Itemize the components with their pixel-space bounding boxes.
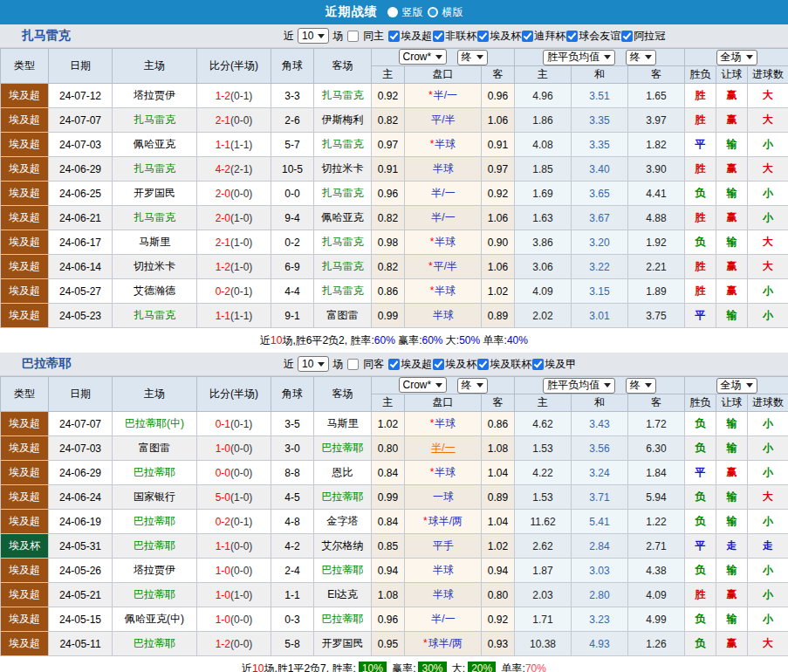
handicap-line: 半球 <box>435 417 456 429</box>
col-handicap: 盘口 <box>405 394 482 412</box>
handicap-line: 半/一 <box>431 613 455 625</box>
result-handicap: 输 <box>716 607 748 632</box>
league-type-badge: 埃及超 <box>1 206 49 230</box>
halftime-score: (0-1) <box>230 418 252 430</box>
handicap-line: 半球 <box>433 162 454 175</box>
avg-home-odds: 3.06 <box>515 255 572 279</box>
vertical-layout-label[interactable]: 竖版 <box>402 5 423 20</box>
avg-away-odds: 1.84 <box>628 461 685 485</box>
score-cell: 1-1(1-1) <box>197 304 271 328</box>
horizontal-layout-label[interactable]: 横版 <box>442 5 463 20</box>
league-checkbox[interactable] <box>477 31 489 42</box>
league-checkbox[interactable] <box>532 359 544 370</box>
result-win-draw-loss: 负 <box>685 436 716 461</box>
match-count-select[interactable]: 10 <box>298 28 329 44</box>
result-win-draw-loss: 平 <box>685 133 716 157</box>
league-checkbox[interactable] <box>477 359 489 370</box>
company-select-value: Crow* <box>403 379 432 391</box>
league-type-badge: 埃及超 <box>1 255 49 279</box>
summary-part: 60% <box>421 334 442 346</box>
handicap-star: * <box>423 637 428 649</box>
same-venue-checkbox[interactable] <box>347 359 359 370</box>
avg-draw-odds: 3.67 <box>572 206 628 230</box>
summary-part: 赢率: <box>389 662 416 672</box>
summary-part: 赢率: <box>395 333 422 348</box>
table-row: 埃及超 24-05-21 巴拉蒂耶 1-0(1-0) 1-1 El达克 1.08… <box>1 583 788 607</box>
fulltime-score: 0-0 <box>216 467 230 479</box>
horizontal-layout-radio[interactable] <box>428 7 438 17</box>
league-checkbox[interactable] <box>388 359 400 370</box>
corner-score: 1-1 <box>271 583 314 607</box>
avg-home-odds: 1.53 <box>515 485 572 510</box>
chevron-down-icon <box>476 55 483 59</box>
league-checkbox[interactable] <box>522 31 533 42</box>
col-score: 比分(半场) <box>197 377 271 412</box>
handicap-cell: *半/一 <box>405 84 482 108</box>
league-type-badge: 埃及超 <box>1 84 49 108</box>
handicap-cell: 半/一 <box>405 607 482 632</box>
halftime-score: (0-1) <box>230 90 252 102</box>
scope-select[interactable]: 全场 <box>716 378 757 394</box>
result-goals: 小 <box>748 461 788 485</box>
league-type-badge: 埃及超 <box>1 510 49 534</box>
team-section: 巴拉蒂耶 近 10 场 同客 埃及超埃及杯埃及联杯埃及甲 类型 日期 主场 比分 <box>0 353 788 672</box>
home-team: 扎马雷克 <box>134 113 175 126</box>
corner-score: 8-8 <box>271 461 314 485</box>
league-checkbox[interactable] <box>621 31 633 42</box>
halftime-score: (0-0) <box>230 638 252 650</box>
avg-select[interactable]: 胜平负均值 <box>543 378 615 394</box>
table-row: 埃及超 24-06-25 开罗国民 2-0(0-0) 0-0 扎马雷克 0.96… <box>1 182 788 206</box>
avg-away-odds: 4.99 <box>628 607 685 632</box>
handicap-line: 平/半 <box>431 113 455 126</box>
corner-score: 0-0 <box>271 182 314 206</box>
league-checkbox[interactable] <box>433 359 444 370</box>
league-label: 埃及联杯 <box>490 357 531 372</box>
home-odds: 0.86 <box>372 279 405 304</box>
result-goals: 小 <box>748 206 788 230</box>
col-avg-away: 客 <box>628 66 685 84</box>
odds-selects-cell: Crow* 终 <box>372 49 515 66</box>
league-checkbox[interactable] <box>566 31 578 42</box>
avg-draw-odds: 3.23 <box>572 607 628 632</box>
company-select[interactable]: Crow* <box>399 377 448 393</box>
matches-table: 类型 日期 主场 比分(半场) 角球 客场 Crow* 终 胜平负均值 终 全场 <box>0 48 788 328</box>
score-cell: 0-2(0-1) <box>197 510 271 534</box>
avg-final-select[interactable]: 终 <box>626 378 656 394</box>
result-handicap: 输 <box>716 485 748 510</box>
league-filter-group: 埃及超埃及杯埃及联杯埃及甲 <box>387 357 576 372</box>
result-win-draw-loss: 平 <box>685 534 716 559</box>
result-handicap: 赢 <box>716 108 748 133</box>
score-cell: 2-1(1-0) <box>197 230 271 255</box>
match-count-select[interactable]: 10 <box>298 356 329 372</box>
league-checkbox[interactable] <box>433 31 444 42</box>
avg-away-odds: 1.89 <box>628 279 685 304</box>
avg-select[interactable]: 胜平负均值 <box>543 50 615 65</box>
company-select[interactable]: Crow* <box>399 49 448 65</box>
same-venue-checkbox[interactable] <box>347 31 359 42</box>
result-win-draw-loss: 胜 <box>685 206 716 230</box>
away-team: El达克 <box>327 588 358 600</box>
league-checkbox[interactable] <box>388 31 400 42</box>
league-label: 阿拉冠 <box>634 29 665 44</box>
corner-score: 3-3 <box>271 84 314 108</box>
league-type-badge: 埃及超 <box>1 412 49 436</box>
away-odds: 0.89 <box>482 485 515 510</box>
vertical-layout-radio[interactable] <box>387 7 398 17</box>
table-row: 埃及超 24-06-14 切拉米卡 1-2(1-0) 6-9 扎马雷克 0.82… <box>1 255 788 279</box>
home-team: 塔拉贾伊 <box>134 564 175 576</box>
result-win-draw-loss: 胜 <box>685 255 716 279</box>
halftime-score: (0-0) <box>230 188 252 200</box>
home-team: 佩哈亚克 <box>134 138 175 150</box>
result-handicap: 输 <box>716 412 748 436</box>
avg-final-select[interactable]: 终 <box>626 50 656 65</box>
odds-final-value: 终 <box>462 378 472 393</box>
odds-final-select[interactable]: 终 <box>457 378 488 394</box>
corner-score: 9-1 <box>271 304 314 328</box>
match-date: 24-07-07 <box>49 108 113 133</box>
handicap-line: 半/一 <box>431 187 455 199</box>
avg-home-odds: 2.02 <box>515 304 572 328</box>
odds-final-select[interactable]: 终 <box>457 50 488 65</box>
summary-part: 50% <box>459 334 480 346</box>
scope-select[interactable]: 全场 <box>716 50 757 65</box>
col-away: 客场 <box>314 49 372 84</box>
